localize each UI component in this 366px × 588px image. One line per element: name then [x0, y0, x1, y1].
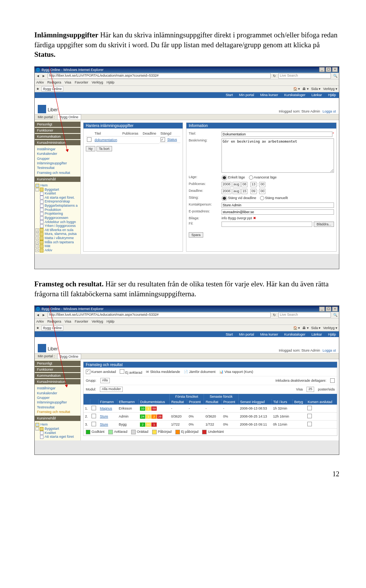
- favorites-icon[interactable]: ★: [36, 326, 39, 330]
- pub-day[interactable]: 08: [241, 182, 247, 187]
- tree-item[interactable]: Att starta eget föret: [35, 435, 80, 439]
- row-checkbox[interactable]: [87, 137, 92, 142]
- report-icon[interactable]: 📊: [219, 370, 223, 374]
- group-select[interactable]: Alla: [100, 378, 110, 383]
- module-select[interactable]: Alla moduler: [100, 387, 123, 392]
- search-input[interactable]: Live Search: [278, 73, 331, 79]
- sec-kursadmin[interactable]: Kursadministration: [35, 140, 80, 145]
- tree-item[interactable]: +Arkiv: [35, 248, 80, 252]
- forward-button[interactable]: ►: [42, 74, 45, 78]
- tree-item[interactable]: +Matta i våtutrymme: [35, 236, 80, 240]
- tree-item[interactable]: Kvalitet: [35, 191, 80, 196]
- tree-item[interactable]: Kvalitet: [35, 431, 80, 435]
- contact-input[interactable]: [222, 202, 334, 208]
- course-tab[interactable]: Bygg Online: [57, 114, 81, 119]
- completed-checkbox[interactable]: [307, 414, 312, 418]
- assignment-row[interactable]: dokumentation ✓ Status: [86, 136, 180, 143]
- pub-hour[interactable]: 13: [250, 182, 257, 187]
- logout-link[interactable]: Logga ut: [323, 109, 336, 113]
- send-msg-icon[interactable]: ✉: [146, 370, 149, 374]
- nav-kurskataloger[interactable]: Kurskataloger: [284, 93, 305, 97]
- tree-item[interactable]: Yrken i byggprocess: [35, 224, 80, 228]
- tree-item[interactable]: +Måla och tapetsera: [35, 240, 80, 244]
- close-manual[interactable]: [260, 196, 264, 200]
- student-link[interactable]: Sture: [100, 423, 108, 426]
- address-input[interactable]: http://liber.luvit.se/LUVITPORTAL/educat…: [48, 312, 271, 318]
- tree-item[interactable]: Arkitektur och byggn: [35, 220, 80, 224]
- minimize-button[interactable]: _: [319, 307, 325, 312]
- tree-item[interactable]: Produktion: [35, 208, 80, 212]
- nav-mina-kurser[interactable]: Mina kurser: [260, 93, 278, 97]
- pub-month[interactable]: aug: [233, 182, 241, 187]
- row-checkbox[interactable]: [92, 414, 96, 418]
- admin-kurskalender[interactable]: Kurskalender: [37, 151, 80, 156]
- search-go-button[interactable]: 🔍: [333, 74, 337, 78]
- nav-start[interactable]: Start: [226, 93, 233, 97]
- admin-inlamningsuppgifter[interactable]: Inlämningsuppgifter: [37, 161, 80, 165]
- tab-bygg-online[interactable]: Bygg Online: [42, 325, 63, 331]
- status-link[interactable]: Status: [167, 138, 177, 141]
- tree-item[interactable]: -Byggstart: [35, 188, 80, 192]
- menu-redigera[interactable]: Redigera: [47, 80, 61, 84]
- dl-year[interactable]: 2008: [222, 189, 231, 194]
- sec-personligt[interactable]: Personligt: [35, 122, 80, 127]
- close-button[interactable]: ×: [332, 307, 338, 312]
- tree-item[interactable]: Hem: [35, 423, 80, 427]
- tree-item[interactable]: Byggprocessen: [35, 216, 80, 220]
- browse-button[interactable]: Bläddra...: [314, 222, 334, 227]
- new-button[interactable]: Ny: [86, 146, 95, 151]
- admin-framsteg[interactable]: Framsteg och resultat: [37, 170, 80, 175]
- tree-item[interactable]: Hem: [35, 183, 80, 188]
- close-button[interactable]: ×: [332, 67, 338, 72]
- logout-link[interactable]: Logga ut: [323, 349, 336, 352]
- menu-verktyg[interactable]: Verktyg: [92, 80, 103, 84]
- notdone-checkbox[interactable]: [120, 369, 124, 374]
- student-link[interactable]: Sture: [100, 414, 108, 418]
- row-checkbox[interactable]: [92, 406, 96, 410]
- tree-item[interactable]: Byggarbetsplatsens a: [35, 204, 80, 208]
- tree-item[interactable]: Att starta eget föret.: [35, 196, 80, 200]
- mode-simple-radio[interactable]: [222, 175, 227, 180]
- menu-visa[interactable]: Visa: [65, 80, 71, 84]
- print-icon[interactable]: 🖶 ▾: [302, 87, 309, 91]
- compare-icon[interactable]: 📄: [184, 370, 188, 374]
- completed-checkbox[interactable]: [307, 406, 312, 410]
- dl-month[interactable]: aug: [233, 189, 241, 194]
- minimize-button[interactable]: _: [319, 67, 325, 72]
- sec-kursinnehall[interactable]: Kursinnehåll: [35, 177, 80, 182]
- menu-arkiv[interactable]: Arkiv: [36, 80, 44, 84]
- remove-attachment-icon[interactable]: ✖: [253, 216, 256, 220]
- admin-installningar[interactable]: Inställningar: [37, 147, 80, 151]
- maximize-button[interactable]: ▢: [326, 67, 331, 72]
- student-link[interactable]: Magnus: [100, 406, 112, 410]
- refresh-button[interactable]: ↻: [273, 313, 276, 317]
- maximize-button[interactable]: ▢: [326, 307, 331, 312]
- description-textarea[interactable]: Gör en beskrivning av arbetsmomentet: [222, 138, 334, 173]
- pub-year[interactable]: 2008: [222, 182, 231, 187]
- mode-advanced-radio[interactable]: [249, 175, 253, 180]
- tree-item[interactable]: +Mura, slamma, putsa: [35, 232, 80, 236]
- tree-item[interactable]: Projektering: [35, 212, 80, 216]
- completed-checkbox[interactable]: [307, 422, 312, 426]
- back-button[interactable]: ◄: [36, 313, 40, 317]
- tab-bygg-online[interactable]: Bygg Online: [42, 86, 63, 92]
- delete-button[interactable]: Ta bort: [96, 146, 112, 151]
- include-deactivated-checkbox[interactable]: [330, 378, 335, 383]
- search-input[interactable]: Live Search: [278, 312, 331, 318]
- nav-lankar[interactable]: Länkar: [311, 93, 322, 97]
- title-input[interactable]: [222, 132, 332, 137]
- search-go-button[interactable]: 🔍: [333, 313, 337, 317]
- menu-favoriter[interactable]: Favoriter: [75, 80, 88, 84]
- tree-item[interactable]: -Byggstart: [35, 427, 80, 431]
- favorites-icon[interactable]: ★: [36, 87, 39, 91]
- page-menu[interactable]: Sida ▾: [311, 87, 321, 91]
- save-button[interactable]: Spara: [189, 232, 203, 238]
- close-at-deadline[interactable]: [222, 196, 227, 201]
- admin-testresultat[interactable]: Testresultat: [37, 165, 80, 170]
- back-button[interactable]: ◄: [36, 74, 40, 78]
- admin-grupper[interactable]: Grupper: [37, 156, 80, 161]
- pagesize-select[interactable]: 25: [307, 387, 314, 392]
- refresh-button[interactable]: ↻: [273, 74, 276, 78]
- assignment-title-link[interactable]: dokumentation: [95, 138, 117, 142]
- email-input[interactable]: [222, 209, 334, 215]
